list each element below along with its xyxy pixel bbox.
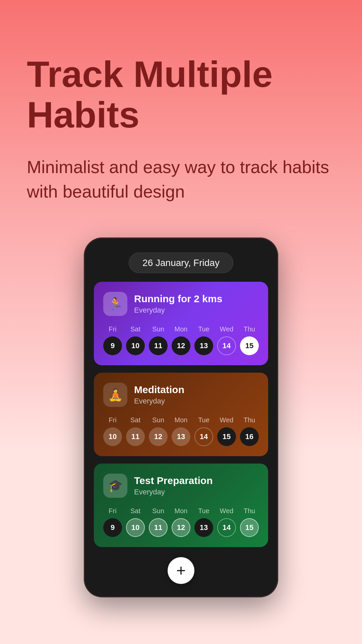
day-row-test-prep: Fri 9 Sat 10 Sun 11 Mon 12 Tue 13 [103,507,259,537]
habit-icon-running: 🏃 [103,292,127,316]
day-item: Sun 11 [149,507,168,537]
day-item: Fri 10 [103,416,122,446]
habit-card-running[interactable]: 🏃 Running for 2 kms Everyday Fri 9 Sat 1… [94,282,268,365]
day-row-running: Fri 9 Sat 10 Sun 11 Mon 12 Tue 13 [103,325,259,355]
day-item: Tue 14 [194,416,213,446]
day-item: Mon 12 [172,325,190,355]
habit-icon-meditation: 🧘 [103,383,127,407]
day-item: Wed 15 [217,416,236,446]
day-item: Fri 9 [103,325,122,355]
day-row-meditation: Fri 10 Sat 11 Sun 12 Mon 13 Tue 14 [103,416,259,446]
day-item: Sat 11 [126,416,145,446]
day-item: Sun 11 [149,325,168,355]
header-section: Track Multiple Habits Minimalist and eas… [0,0,362,224]
day-item: Thu 16 [240,416,259,446]
habit-freq-running: Everyday [134,306,222,315]
habit-card-meditation[interactable]: 🧘 Meditation Everyday Fri 10 Sat 11 Sun … [94,373,268,456]
day-item: Sun 12 [149,416,168,446]
phone-mockup: 26 January, Friday 🏃 Running for 2 kms E… [84,237,278,597]
main-title: Track Multiple Habits [27,54,335,135]
day-item: Sat 10 [126,507,145,537]
habit-list: 🏃 Running for 2 kms Everyday Fri 9 Sat 1… [94,282,268,547]
habit-name-running: Running for 2 kms [134,293,222,305]
day-item: Tue 13 [194,507,213,537]
day-item: Wed 14 [217,507,236,537]
day-item: Wed 14 [217,325,236,355]
habit-card-test-prep[interactable]: 🎓 Test Preparation Everyday Fri 9 Sat 10… [94,464,268,547]
date-label: 26 January, Friday [129,253,233,273]
day-item: Fri 9 [103,507,122,537]
habit-freq-test-prep: Everyday [134,488,213,496]
day-item: Thu 15 [240,325,259,355]
day-item: Tue 13 [194,325,213,355]
habit-name-test-prep: Test Preparation [134,475,213,486]
day-item: Mon 13 [172,416,190,446]
habit-freq-meditation: Everyday [134,397,184,406]
day-item: Sat 10 [126,325,145,355]
habit-icon-test-prep: 🎓 [103,474,127,498]
date-pill: 26 January, Friday [94,258,268,268]
day-item: Mon 12 [172,507,190,537]
day-item: Thu 15 [240,507,259,537]
subtitle: Minimalist and easy way to track habits … [27,155,335,204]
habit-name-meditation: Meditation [134,384,184,395]
add-habit-button[interactable]: + [168,557,194,584]
